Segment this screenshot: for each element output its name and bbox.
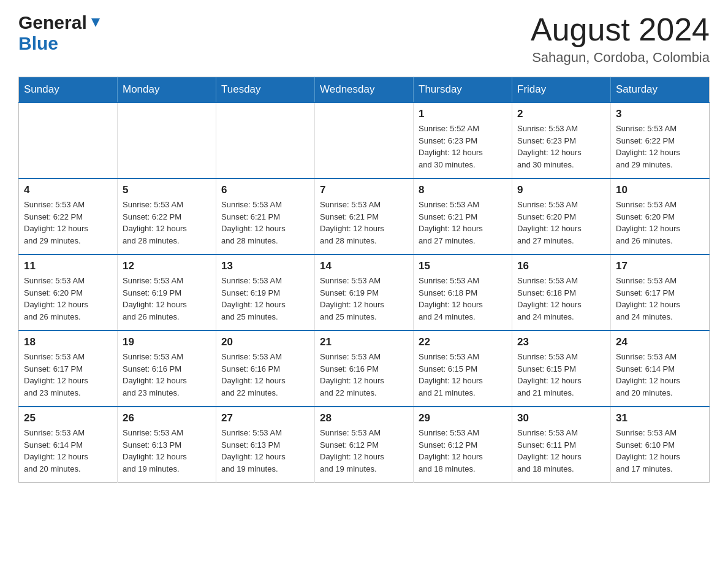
calendar-cell: 24Sunrise: 5:53 AM Sunset: 6:14 PM Dayli… <box>611 331 710 407</box>
day-number: 28 <box>320 412 408 424</box>
calendar-cell: 20Sunrise: 5:53 AM Sunset: 6:16 PM Dayli… <box>216 331 315 407</box>
calendar-cell: 11Sunrise: 5:53 AM Sunset: 6:20 PM Dayli… <box>19 255 118 331</box>
day-info: Sunrise: 5:53 AM Sunset: 6:13 PM Dayligh… <box>123 427 211 475</box>
title-area: August 2024 Sahagun, Cordoba, Colombia <box>531 12 710 66</box>
day-number: 18 <box>24 336 112 348</box>
day-number: 24 <box>616 336 704 348</box>
calendar-body: 1Sunrise: 5:52 AM Sunset: 6:23 PM Daylig… <box>19 102 710 483</box>
day-number: 31 <box>616 412 704 424</box>
calendar-week-3: 11Sunrise: 5:53 AM Sunset: 6:20 PM Dayli… <box>19 255 710 331</box>
day-number: 3 <box>616 108 704 120</box>
day-number: 29 <box>419 412 507 424</box>
calendar-cell: 6Sunrise: 5:53 AM Sunset: 6:21 PM Daylig… <box>216 178 315 255</box>
calendar-week-5: 25Sunrise: 5:53 AM Sunset: 6:14 PM Dayli… <box>19 407 710 483</box>
calendar-cell: 5Sunrise: 5:53 AM Sunset: 6:22 PM Daylig… <box>118 178 216 255</box>
day-number: 25 <box>24 412 112 424</box>
calendar-cell <box>118 102 216 178</box>
day-number: 23 <box>517 336 605 348</box>
calendar-cell: 1Sunrise: 5:52 AM Sunset: 6:23 PM Daylig… <box>414 102 512 178</box>
calendar-cell: 15Sunrise: 5:53 AM Sunset: 6:18 PM Dayli… <box>414 255 512 331</box>
calendar-cell: 8Sunrise: 5:53 AM Sunset: 6:21 PM Daylig… <box>414 178 512 255</box>
calendar-cell: 29Sunrise: 5:53 AM Sunset: 6:12 PM Dayli… <box>414 407 512 483</box>
day-info: Sunrise: 5:53 AM Sunset: 6:20 PM Dayligh… <box>517 199 605 247</box>
col-header-sunday: Sunday <box>19 77 118 103</box>
day-number: 4 <box>24 184 112 196</box>
calendar-table: SundayMondayTuesdayWednesdayThursdayFrid… <box>18 77 710 483</box>
day-info: Sunrise: 5:53 AM Sunset: 6:15 PM Dayligh… <box>419 351 507 399</box>
day-number: 16 <box>517 260 605 272</box>
calendar-cell: 10Sunrise: 5:53 AM Sunset: 6:20 PM Dayli… <box>611 178 710 255</box>
day-number: 15 <box>419 260 507 272</box>
day-number: 27 <box>221 412 309 424</box>
day-info: Sunrise: 5:53 AM Sunset: 6:16 PM Dayligh… <box>123 351 211 399</box>
day-info: Sunrise: 5:53 AM Sunset: 6:15 PM Dayligh… <box>517 351 605 399</box>
calendar-cell: 19Sunrise: 5:53 AM Sunset: 6:16 PM Dayli… <box>118 331 216 407</box>
day-info: Sunrise: 5:53 AM Sunset: 6:10 PM Dayligh… <box>616 427 704 475</box>
calendar-cell <box>19 102 118 178</box>
col-header-monday: Monday <box>118 77 216 103</box>
day-number: 26 <box>123 412 211 424</box>
day-info: Sunrise: 5:53 AM Sunset: 6:19 PM Dayligh… <box>123 275 211 323</box>
day-info: Sunrise: 5:53 AM Sunset: 6:22 PM Dayligh… <box>123 199 211 247</box>
day-number: 22 <box>419 336 507 348</box>
col-header-wednesday: Wednesday <box>315 77 414 103</box>
day-number: 7 <box>320 184 408 196</box>
calendar-cell: 25Sunrise: 5:53 AM Sunset: 6:14 PM Dayli… <box>19 407 118 483</box>
day-info: Sunrise: 5:53 AM Sunset: 6:16 PM Dayligh… <box>320 351 408 399</box>
day-info: Sunrise: 5:52 AM Sunset: 6:23 PM Dayligh… <box>419 123 507 170</box>
day-info: Sunrise: 5:53 AM Sunset: 6:21 PM Dayligh… <box>419 199 507 247</box>
calendar-cell: 9Sunrise: 5:53 AM Sunset: 6:20 PM Daylig… <box>512 178 611 255</box>
logo-blue: Blue <box>18 33 58 54</box>
day-info: Sunrise: 5:53 AM Sunset: 6:21 PM Dayligh… <box>320 199 408 247</box>
day-info: Sunrise: 5:53 AM Sunset: 6:12 PM Dayligh… <box>320 427 408 475</box>
logo: General Blue <box>18 12 102 54</box>
calendar-cell: 31Sunrise: 5:53 AM Sunset: 6:10 PM Dayli… <box>611 407 710 483</box>
location: Sahagun, Cordoba, Colombia <box>531 50 710 66</box>
calendar-cell: 16Sunrise: 5:53 AM Sunset: 6:18 PM Dayli… <box>512 255 611 331</box>
calendar-cell: 21Sunrise: 5:53 AM Sunset: 6:16 PM Dayli… <box>315 331 414 407</box>
calendar-cell: 26Sunrise: 5:53 AM Sunset: 6:13 PM Dayli… <box>118 407 216 483</box>
calendar-cell: 13Sunrise: 5:53 AM Sunset: 6:19 PM Dayli… <box>216 255 315 331</box>
calendar-cell: 28Sunrise: 5:53 AM Sunset: 6:12 PM Dayli… <box>315 407 414 483</box>
logo-triangle-icon <box>89 16 102 29</box>
day-number: 17 <box>616 260 704 272</box>
day-number: 13 <box>221 260 309 272</box>
day-info: Sunrise: 5:53 AM Sunset: 6:11 PM Dayligh… <box>517 427 605 475</box>
calendar-cell: 22Sunrise: 5:53 AM Sunset: 6:15 PM Dayli… <box>414 331 512 407</box>
page-header: General Blue August 2024 Sahagun, Cordob… <box>18 12 710 66</box>
svg-marker-0 <box>91 18 100 27</box>
calendar-cell: 3Sunrise: 5:53 AM Sunset: 6:22 PM Daylig… <box>611 102 710 178</box>
day-number: 14 <box>320 260 408 272</box>
day-info: Sunrise: 5:53 AM Sunset: 6:19 PM Dayligh… <box>320 275 408 323</box>
day-info: Sunrise: 5:53 AM Sunset: 6:23 PM Dayligh… <box>517 123 605 170</box>
day-info: Sunrise: 5:53 AM Sunset: 6:14 PM Dayligh… <box>24 427 112 475</box>
month-title: August 2024 <box>531 12 710 47</box>
day-number: 2 <box>517 108 605 120</box>
calendar-cell <box>315 102 414 178</box>
days-header-row: SundayMondayTuesdayWednesdayThursdayFrid… <box>19 77 710 103</box>
calendar-cell: 4Sunrise: 5:53 AM Sunset: 6:22 PM Daylig… <box>19 178 118 255</box>
day-info: Sunrise: 5:53 AM Sunset: 6:17 PM Dayligh… <box>616 275 704 323</box>
calendar-cell: 2Sunrise: 5:53 AM Sunset: 6:23 PM Daylig… <box>512 102 611 178</box>
calendar-week-1: 1Sunrise: 5:52 AM Sunset: 6:23 PM Daylig… <box>19 102 710 178</box>
day-info: Sunrise: 5:53 AM Sunset: 6:22 PM Dayligh… <box>616 123 704 170</box>
day-info: Sunrise: 5:53 AM Sunset: 6:12 PM Dayligh… <box>419 427 507 475</box>
day-number: 30 <box>517 412 605 424</box>
col-header-saturday: Saturday <box>611 77 710 103</box>
day-info: Sunrise: 5:53 AM Sunset: 6:17 PM Dayligh… <box>24 351 112 399</box>
calendar-cell: 30Sunrise: 5:53 AM Sunset: 6:11 PM Dayli… <box>512 407 611 483</box>
day-number: 19 <box>123 336 211 348</box>
calendar-cell: 23Sunrise: 5:53 AM Sunset: 6:15 PM Dayli… <box>512 331 611 407</box>
calendar-header: SundayMondayTuesdayWednesdayThursdayFrid… <box>19 77 710 103</box>
calendar-cell <box>216 102 315 178</box>
day-number: 10 <box>616 184 704 196</box>
day-info: Sunrise: 5:53 AM Sunset: 6:22 PM Dayligh… <box>24 199 112 247</box>
day-info: Sunrise: 5:53 AM Sunset: 6:14 PM Dayligh… <box>616 351 704 399</box>
day-number: 20 <box>221 336 309 348</box>
col-header-thursday: Thursday <box>414 77 512 103</box>
day-info: Sunrise: 5:53 AM Sunset: 6:13 PM Dayligh… <box>221 427 309 475</box>
day-info: Sunrise: 5:53 AM Sunset: 6:21 PM Dayligh… <box>221 199 309 247</box>
day-number: 9 <box>517 184 605 196</box>
col-header-tuesday: Tuesday <box>216 77 315 103</box>
day-number: 6 <box>221 184 309 196</box>
